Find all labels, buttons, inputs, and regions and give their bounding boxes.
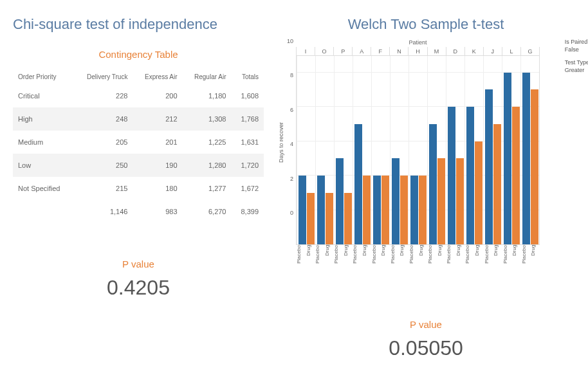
xlabel-drug: Drug: [399, 245, 409, 277]
cell-value: 180: [133, 177, 182, 200]
bar-placebo: [373, 176, 381, 244]
cell-value: 1,225: [183, 131, 232, 154]
table-row: Low2501901,2801,720: [13, 154, 264, 177]
chi-square-title: Chi-square test of independence: [13, 16, 264, 33]
bar-placebo: [354, 124, 362, 244]
xlabel-placebo: Placebo: [409, 245, 418, 277]
cell-value: 248: [73, 107, 133, 131]
xlabel-placebo: Placebo: [464, 245, 474, 277]
patient-header: Patient: [296, 39, 540, 47]
table-header: Delivery Truck: [73, 69, 133, 84]
bar-placebo: [336, 158, 344, 244]
patient-label: G: [520, 47, 539, 55]
bar-placebo: [392, 158, 400, 244]
cell-value: 200: [133, 84, 182, 107]
bar-drug: [400, 176, 408, 244]
bar-drug: [475, 141, 482, 244]
cell-value: 1,720: [231, 154, 264, 177]
table-header: Regular Air: [183, 69, 232, 84]
xlabel-drug: Drug: [493, 245, 502, 277]
bar-group: [409, 56, 427, 244]
pvalue-right: 0.05050: [277, 336, 575, 360]
contingency-table: Order Priority Delivery Truck Express Ai…: [13, 69, 264, 223]
welch-panel: Welch Two Sample t-test Is Paired False …: [270, 0, 588, 391]
bar-drug: [307, 193, 315, 244]
cell-value: 1,631: [231, 131, 264, 154]
pvalue-left: 0.4205: [13, 276, 264, 300]
bar-drug: [419, 176, 427, 244]
xlabel-drug: Drug: [511, 245, 521, 277]
total-cell: 983: [133, 200, 182, 223]
bar-group: [371, 56, 390, 244]
patient-row: IOPAFNHMDKJLG: [296, 47, 540, 56]
table-row: Medium2052011,2251,631: [13, 131, 264, 154]
bar-drug: [326, 193, 333, 244]
bars-area: [296, 56, 540, 245]
bar-placebo: [429, 124, 437, 244]
table-row: Critical2282001,1801,608: [13, 84, 264, 107]
ytick: 10: [287, 38, 293, 44]
bar-group: [390, 56, 409, 244]
patient-label: J: [483, 47, 502, 55]
bar-placebo: [504, 73, 511, 244]
patient-label: L: [502, 47, 520, 55]
table-header: Express Air: [133, 69, 182, 84]
bar-drug: [381, 176, 389, 244]
xlabel-placebo: Placebo: [333, 245, 343, 277]
bar-group: [483, 56, 502, 244]
cell-value: 190: [133, 154, 182, 177]
patient-label: O: [315, 47, 333, 55]
table-header: Order Priority: [13, 69, 73, 84]
patient-label: M: [427, 47, 446, 55]
xlabel-drug: Drug: [418, 245, 428, 277]
cell-value: 212: [133, 107, 182, 131]
xlabel-drug: Drug: [306, 245, 315, 277]
ytick: 4: [290, 141, 293, 147]
table-header: Totals: [231, 69, 264, 84]
bar-drug: [456, 158, 464, 244]
total-cell: 6,270: [183, 200, 232, 223]
bar-group: [520, 56, 539, 244]
xaxis-labels: PlaceboDrugPlaceboDrugPlaceboDrugPlacebo…: [296, 245, 540, 277]
total-cell: 1,146: [73, 200, 133, 223]
bar-group: [353, 56, 371, 244]
bar-group: [464, 56, 483, 244]
xlabel-drug: Drug: [343, 245, 353, 277]
xlabel-drug: Drug: [380, 245, 390, 277]
row-label: Critical: [13, 84, 73, 107]
patient-label: F: [371, 47, 389, 55]
bar-drug: [363, 176, 371, 244]
xlabel-placebo: Placebo: [502, 245, 512, 277]
ytick: 2: [290, 176, 293, 182]
yaxis-label: Days to recover: [277, 39, 284, 245]
xlabel-placebo: Placebo: [484, 245, 493, 277]
bar-group: [427, 56, 446, 244]
patient-label: P: [333, 47, 352, 55]
bar-drug: [344, 193, 352, 244]
table-row: High2482121,3081,768: [13, 107, 264, 131]
bar-group: [334, 56, 353, 244]
ytick: 8: [290, 72, 293, 78]
xlabel-placebo: Placebo: [521, 245, 531, 277]
xlabel-placebo: Placebo: [296, 245, 306, 277]
cell-value: 1,180: [183, 84, 232, 107]
patient-label: D: [446, 47, 464, 55]
cell-value: 1,672: [231, 177, 264, 200]
bar-placebo: [410, 176, 418, 244]
patient-label: A: [352, 47, 371, 55]
patient-label: I: [297, 47, 315, 55]
xlabel-drug: Drug: [324, 245, 334, 277]
bar-drug: [437, 158, 445, 244]
cell-value: 1,308: [183, 107, 232, 131]
cell-value: 201: [133, 131, 182, 154]
xlabel-drug: Drug: [474, 245, 484, 277]
xlabel-placebo: Placebo: [390, 245, 400, 277]
yaxis-ticks: 0246810: [284, 39, 296, 245]
chi-square-panel: Chi-square test of independence Continge…: [0, 0, 270, 391]
total-cell: [13, 200, 73, 223]
xlabel-placebo: Placebo: [371, 245, 381, 277]
bar-placebo: [485, 89, 493, 244]
xlabel-placebo: Placebo: [315, 245, 324, 277]
cell-value: 1,277: [183, 177, 232, 200]
patient-label: N: [389, 47, 408, 55]
